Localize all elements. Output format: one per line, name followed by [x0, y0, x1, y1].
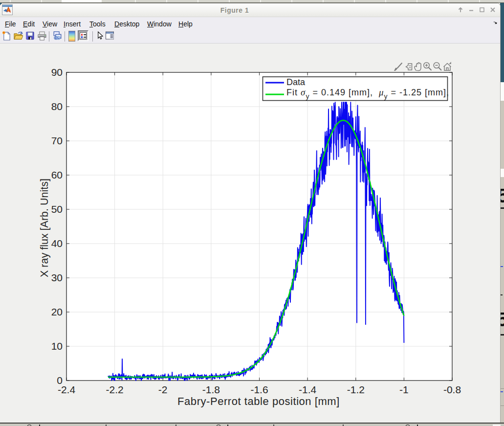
- svg-text:Fabry-Perrot table position [m: Fabry-Perrot table position [mm]: [177, 395, 340, 407]
- svg-text:-2.2: -2.2: [106, 384, 124, 395]
- svg-text:50: 50: [51, 203, 63, 215]
- svg-text:-2: -2: [158, 384, 168, 395]
- svg-text:-1.6: -1.6: [250, 384, 268, 395]
- svg-text:40: 40: [51, 238, 63, 249]
- svg-text:0: 0: [57, 375, 63, 386]
- svg-text:80: 80: [51, 101, 63, 112]
- svg-text:-1.4: -1.4: [299, 384, 317, 395]
- svg-text:-1: -1: [399, 384, 409, 395]
- svg-text:20: 20: [51, 306, 63, 317]
- svg-text:10: 10: [51, 340, 63, 352]
- svg-text:-1.2: -1.2: [347, 384, 365, 395]
- svg-text:90: 90: [51, 67, 63, 78]
- svg-text:30: 30: [51, 272, 63, 283]
- svg-text:60: 60: [51, 169, 63, 180]
- svg-text:Data: Data: [286, 77, 306, 87]
- svg-text:70: 70: [51, 135, 63, 146]
- svg-text:-0.8: -0.8: [443, 384, 461, 395]
- svg-text:X ray flux [Arb. Units]: X ray flux [Arb. Units]: [39, 179, 50, 277]
- svg-text:-1.8: -1.8: [202, 384, 220, 395]
